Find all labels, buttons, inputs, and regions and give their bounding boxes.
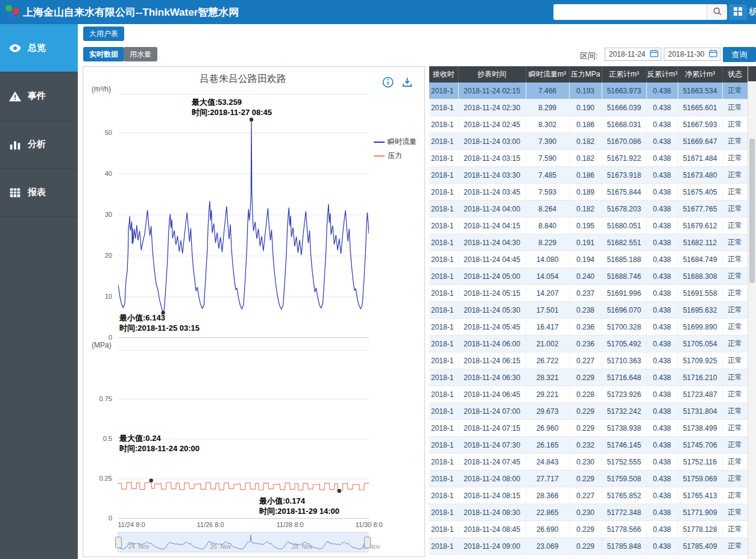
table-row[interactable]: 2018-12018-11-24 06:4529.2210.22851723.9… bbox=[429, 386, 748, 403]
table-cell: 2018-1 bbox=[429, 99, 458, 116]
table-row[interactable]: 2018-12018-11-24 03:307.4850.18651673.91… bbox=[429, 167, 748, 184]
column-header[interactable]: 压力MPa bbox=[569, 66, 602, 83]
scrollbar-thumb[interactable] bbox=[749, 139, 755, 283]
table-row[interactable]: 2018-12018-11-24 06:0021.0020.23651705.4… bbox=[429, 336, 748, 352]
info-icon[interactable] bbox=[382, 77, 394, 89]
tab-realtime-data[interactable]: 实时数据 bbox=[83, 47, 124, 61]
table-cell: 21.002 bbox=[526, 336, 569, 352]
table-row[interactable]: 2018-12018-11-24 08:4526.6900.22951778.5… bbox=[429, 521, 748, 538]
sidebar-item-events[interactable]: 事件 bbox=[0, 72, 78, 120]
table-cell: 51663.973 bbox=[602, 83, 646, 99]
date-from-input[interactable]: 2018-11-24 bbox=[605, 48, 661, 61]
search-button[interactable] bbox=[707, 4, 727, 20]
table-cell: 2018-11-24 06:30 bbox=[458, 369, 526, 386]
table-cell: 2018-11-24 02:45 bbox=[458, 116, 526, 133]
table-row[interactable]: 2018-12018-11-24 03:157.5900.18251671.92… bbox=[429, 150, 748, 167]
table-cell: 51791.691 bbox=[602, 555, 646, 559]
table-row[interactable]: 2018-12018-11-24 05:3017.5010.23851696.0… bbox=[429, 302, 748, 319]
table-cell: 51688.308 bbox=[678, 268, 722, 285]
table-cell: 0.438 bbox=[646, 150, 678, 167]
table-scrollbar[interactable] bbox=[748, 66, 756, 559]
date-from-value: 2018-11-24 bbox=[609, 50, 646, 58]
table-cell: 2018-1 bbox=[429, 251, 458, 268]
table-cell: 51709.925 bbox=[678, 352, 722, 369]
table-cell: 7.390 bbox=[526, 133, 569, 150]
table-cell: 2018-11-24 08:00 bbox=[458, 470, 526, 487]
table-row[interactable]: 2018-12018-11-24 03:457.5930.18951675.84… bbox=[429, 184, 748, 201]
column-header[interactable]: 接收时 bbox=[429, 66, 458, 83]
column-header[interactable]: 净累计m³ bbox=[678, 66, 722, 83]
chart-navigator[interactable]: 24. Nov26. Nov28. Nov0. Nov bbox=[118, 532, 368, 552]
table-row[interactable]: 2018-12018-11-24 09:1524.6900.23051791.6… bbox=[429, 555, 748, 559]
column-header[interactable]: 抄表时间 bbox=[458, 66, 526, 83]
column-header[interactable]: 反累计m³ bbox=[646, 66, 678, 83]
table-row[interactable]: 2018-12018-11-24 07:1526.9600.22951738.9… bbox=[429, 420, 748, 437]
table-cell: 0.438 bbox=[646, 454, 678, 470]
table-cell: 51765.852 bbox=[602, 487, 646, 504]
table-row[interactable]: 2018-12018-11-24 08:1528.3660.22751765.8… bbox=[429, 487, 748, 504]
legend-item-flow[interactable]: 瞬时流量 bbox=[374, 137, 417, 147]
table-cell: 14.207 bbox=[526, 285, 569, 302]
table-cell: 2018-1 bbox=[429, 437, 458, 454]
table-cell: 0.438 bbox=[646, 470, 678, 487]
table-cell: 51678.203 bbox=[602, 201, 646, 217]
table-row[interactable]: 2018-12018-11-24 08:3022.8650.23051772.3… bbox=[429, 504, 748, 521]
sidebar-item-overview[interactable]: 总览 bbox=[0, 24, 78, 72]
table-cell: 2018-1 bbox=[429, 555, 458, 559]
table-row[interactable]: 2018-12018-11-24 04:008.2640.18251678.20… bbox=[429, 201, 748, 217]
navigator-right-handle[interactable] bbox=[364, 537, 371, 548]
table-row[interactable]: 2018-12018-11-24 07:4524.8430.23051752.5… bbox=[429, 454, 748, 470]
user-name[interactable]: 杨 bbox=[749, 6, 756, 17]
date-to-input[interactable]: 2018-11-30 bbox=[664, 48, 720, 61]
table-row[interactable]: 2018-12018-11-24 04:158.8400.19551680.05… bbox=[429, 217, 748, 234]
table-row[interactable]: 2018-12018-11-24 07:3026.1650.23251746.1… bbox=[429, 437, 748, 454]
table-cell: 2018-11-24 06:45 bbox=[458, 386, 526, 403]
table-row[interactable]: 2018-12018-11-24 06:3028.3210.22951716.6… bbox=[429, 369, 748, 386]
table-cell: 51679.612 bbox=[678, 217, 722, 234]
table-cell: 正常 bbox=[722, 302, 748, 319]
table-cell: 2018-1 bbox=[429, 504, 458, 521]
table-row[interactable]: 2018-12018-11-24 02:458.3020.18651668.03… bbox=[429, 116, 748, 133]
table-cell: 51705.492 bbox=[602, 336, 646, 352]
table-cell: 0.438 bbox=[646, 521, 678, 538]
query-button[interactable]: 查询 bbox=[723, 47, 756, 62]
table-row[interactable]: 2018-12018-11-24 06:1526.7220.22751710.3… bbox=[429, 352, 748, 369]
tab-water-usage[interactable]: 用水量 bbox=[124, 47, 157, 61]
table-cell: 51778.128 bbox=[678, 521, 722, 538]
table-row[interactable]: 2018-12018-11-24 05:1514.2070.23751691.9… bbox=[429, 285, 748, 302]
table-row[interactable]: 2018-12018-11-24 02:157.4660.19351663.97… bbox=[429, 83, 748, 99]
table-cell: 正常 bbox=[722, 150, 748, 167]
download-icon[interactable] bbox=[402, 77, 414, 89]
table-row[interactable]: 2018-12018-11-24 08:0027.7170.22951759.5… bbox=[429, 470, 748, 487]
sidebar-item-reports[interactable]: 报表 bbox=[0, 169, 78, 217]
flow-chart[interactable] bbox=[118, 94, 369, 338]
search-input[interactable] bbox=[553, 4, 707, 20]
table-cell: 51688.746 bbox=[602, 268, 646, 285]
tab-big-user-table[interactable]: 大用户表 bbox=[83, 27, 124, 41]
apps-grid-button[interactable] bbox=[729, 4, 747, 20]
table-row[interactable]: 2018-12018-11-24 05:0014.0540.24051688.7… bbox=[429, 268, 748, 285]
table-cell: 51700.328 bbox=[602, 319, 646, 336]
column-header[interactable]: 瞬时流量m³ bbox=[526, 66, 569, 83]
table-cell: 0.236 bbox=[569, 336, 602, 352]
table-cell: 7.485 bbox=[526, 167, 569, 184]
navigator-left-handle[interactable] bbox=[115, 537, 122, 548]
flow-min-annotation: 最小值:6.143时间:2018-11-25 03:15 bbox=[119, 313, 200, 333]
table-cell: 51668.031 bbox=[602, 116, 646, 133]
table-row[interactable]: 2018-12018-11-24 04:308.2290.19151682.55… bbox=[429, 234, 748, 251]
table-row[interactable]: 2018-12018-11-24 05:4516.4170.23651700.3… bbox=[429, 319, 748, 336]
readings-table: 接收时抄表时间瞬时流量m³压力MPa正累计m³反累计m³净累计m³状态 2018… bbox=[429, 66, 748, 559]
sidebar-item-analysis[interactable]: 分析 bbox=[0, 120, 78, 169]
table-row[interactable]: 2018-12018-11-24 09:0023.0690.22951785.8… bbox=[429, 538, 748, 555]
table-row[interactable]: 2018-12018-11-24 04:4514.0800.19451685.1… bbox=[429, 251, 748, 268]
column-header[interactable]: 状态 bbox=[722, 66, 748, 83]
column-header[interactable]: 正累计m³ bbox=[602, 66, 646, 83]
table-cell: 0.438 bbox=[646, 184, 678, 201]
table-row[interactable]: 2018-12018-11-24 03:007.3900.18251670.08… bbox=[429, 133, 748, 150]
table-row[interactable]: 2018-12018-11-24 02:308.2990.19051666.03… bbox=[429, 99, 748, 116]
table-cell: 24.690 bbox=[526, 555, 569, 559]
table-row[interactable]: 2018-12018-11-24 07:0029.6730.22951732.2… bbox=[429, 403, 748, 420]
table-cell: 2018-11-24 04:15 bbox=[458, 217, 526, 234]
table-cell: 0.237 bbox=[569, 285, 602, 302]
legend-item-pressure[interactable]: 压力 bbox=[374, 151, 417, 161]
